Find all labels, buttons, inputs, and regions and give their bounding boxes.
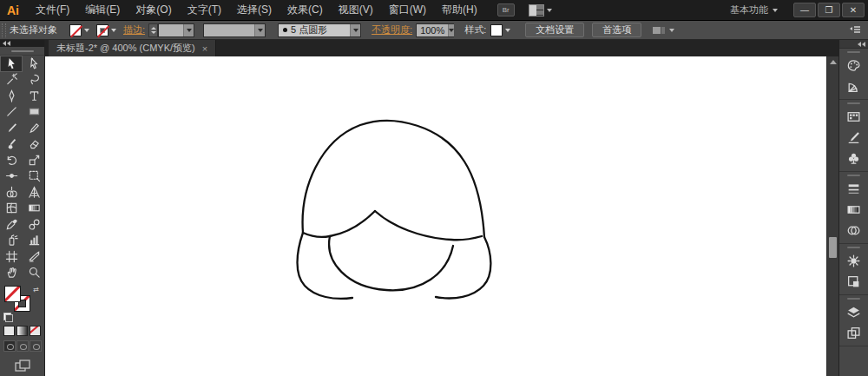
workspace-switcher[interactable]: 基本功能 [730,3,778,16]
menu-item-8[interactable]: 帮助(H) [434,0,485,21]
artboard-canvas[interactable] [45,56,826,376]
layers-panel-button[interactable] [839,301,868,322]
screen-mode-button[interactable] [0,360,44,373]
type-tool[interactable] [23,88,45,104]
width-profile-dropdown[interactable] [203,23,266,37]
artboards-panel-button[interactable] [839,322,868,343]
chevron-down-icon[interactable] [111,29,116,32]
chevron-down-icon[interactable] [183,24,194,36]
opacity-panel-link[interactable]: 不透明度: [372,23,412,36]
fill-color-none-swatch[interactable] [4,286,21,302]
lasso-tool[interactable] [23,72,45,89]
menu-item-0[interactable]: 文件(F) [28,0,77,21]
scroll-up-arrow[interactable] [827,56,838,67]
stroke-swatch-none[interactable] [96,24,108,36]
appearance-panel-button[interactable] [839,250,868,271]
gradient-panel-button[interactable] [839,199,868,220]
menu-item-5[interactable]: 效果(C) [279,0,331,21]
menu-item-2[interactable]: 对象(O) [128,0,179,21]
opacity-field[interactable]: 100% [416,23,454,37]
document-tab[interactable]: 未标题-2* @ 400% (CMYK/预览)× [49,40,216,56]
close-button[interactable]: ✕ [842,3,865,17]
default-fill-stroke-icon[interactable] [3,313,11,320]
restore-button[interactable]: ❐ [818,3,840,17]
menu-item-6[interactable]: 视图(V) [331,0,381,21]
dock-group-grip[interactable] [839,295,868,301]
slice-tool[interactable] [23,248,45,265]
mesh-tool[interactable] [0,201,23,217]
brushes-panel-button[interactable] [839,127,868,148]
blob-brush-tool[interactable] [0,136,23,153]
gradient-button[interactable] [16,326,28,336]
line-segment-tool[interactable] [0,104,23,121]
dock-expand-button[interactable] [839,40,868,49]
swap-fill-stroke-icon[interactable]: ⇄ [33,286,39,294]
chevron-down-icon[interactable] [505,29,510,32]
column-graph-tool[interactable] [23,233,45,249]
direct-selection-tool[interactable] [23,56,45,72]
dock-group-grip[interactable] [839,172,868,178]
menu-item-7[interactable]: 窗口(W) [381,0,434,21]
draw-inside-mode-icon[interactable] [30,340,42,352]
preferences-button[interactable]: 首选项 [592,23,641,37]
tab-close-icon[interactable]: × [202,43,207,54]
menu-item-4[interactable]: 选择(S) [229,0,279,21]
scrollbar-thumb[interactable] [829,237,837,258]
menu-item-3[interactable]: 文字(T) [180,0,229,21]
color-button[interactable] [3,326,15,336]
chevron-down-icon[interactable] [84,29,89,32]
control-panel-menu-icon[interactable] [849,23,861,38]
tools-drag-grip[interactable] [0,47,44,56]
dock-group-grip[interactable] [839,100,868,106]
selection-tool[interactable] [0,56,23,72]
panel-grip[interactable] [2,23,6,37]
symbols-panel-button[interactable] [839,148,868,168]
magic-wand-tool[interactable] [0,72,23,89]
bridge-icon[interactable]: Br [497,3,515,16]
graphic-styles-panel-button[interactable] [839,271,868,292]
chevron-down-icon[interactable] [254,24,265,36]
blend-tool[interactable] [23,216,45,233]
scale-tool[interactable] [23,152,45,168]
draw-normal-mode-icon[interactable] [3,340,16,352]
pen-tool[interactable] [0,88,23,104]
minimize-button[interactable]: — [793,3,816,17]
chevron-down-icon[interactable] [350,24,360,36]
fill-swatch-none[interactable] [69,24,82,36]
gradient-tool[interactable] [23,201,45,217]
style-swatch[interactable] [490,24,503,36]
eyedropper-tool[interactable] [0,216,23,233]
none-button[interactable] [30,326,41,336]
symbol-sprayer-tool[interactable] [0,233,23,249]
dock-group-grip[interactable] [839,49,868,55]
dock-group-grip[interactable] [839,244,868,250]
arrange-documents-icon[interactable] [529,4,552,16]
hand-tool[interactable] [0,265,23,281]
stroke-weight-stepper[interactable] [148,23,158,37]
align-options-icon[interactable] [652,25,674,36]
zoom-tool[interactable] [23,265,45,281]
transparency-panel-button[interactable] [839,220,868,241]
swatches-panel-button[interactable] [839,106,868,127]
color-panel-button[interactable] [839,55,868,76]
stroke-panel-link[interactable]: 描边: [123,23,145,36]
shape-builder-tool[interactable] [0,184,23,201]
menu-item-1[interactable]: 编辑(E) [77,0,128,21]
paintbrush-tool[interactable] [0,120,23,136]
eraser-tool[interactable] [23,136,45,153]
width-tool[interactable] [0,168,23,185]
free-transform-tool[interactable] [23,168,45,185]
rectangle-tool[interactable] [23,104,45,121]
color-guide-panel-button[interactable] [839,76,868,96]
chevron-down-icon[interactable] [448,24,454,36]
artboard-tool[interactable] [0,248,23,265]
brush-definition-dropdown[interactable]: 5 点圆形 [278,23,361,37]
draw-behind-mode-icon[interactable] [16,340,29,352]
rotate-tool[interactable] [0,152,23,168]
stroke-panel-button[interactable] [839,178,868,199]
document-setup-button[interactable]: 文档设置 [525,23,584,37]
pencil-tool[interactable] [23,120,45,136]
vertical-scrollbar[interactable] [826,56,838,376]
tools-collapse-button[interactable] [0,40,44,47]
perspective-grid-tool[interactable] [23,184,45,201]
